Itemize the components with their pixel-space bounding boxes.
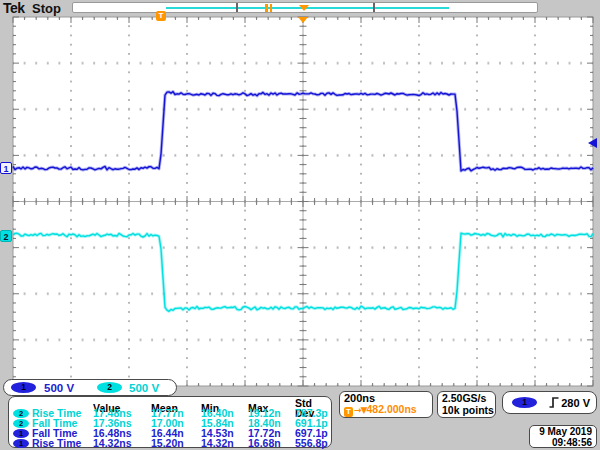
time-value: 09:48:56 bbox=[530, 438, 592, 449]
channel1-badge: 1 bbox=[13, 439, 29, 448]
channel2-badge: 2 bbox=[13, 419, 29, 428]
trigger-source-badge: 1 bbox=[512, 397, 537, 408]
expansion-marker-icon bbox=[265, 4, 273, 12]
channel2-ground-marker[interactable]: 2 bbox=[0, 230, 12, 242]
record-view-bar[interactable] bbox=[72, 2, 538, 13]
channel2-badge[interactable]: 2 bbox=[97, 382, 122, 393]
record-view-bracket-right[interactable] bbox=[373, 3, 375, 12]
rising-edge-icon bbox=[549, 396, 559, 409]
channel1-scale: 500 V bbox=[44, 382, 74, 394]
record-view-bracket-left[interactable] bbox=[236, 3, 238, 12]
measurement-table: Value Mean Min Max Std Dev 2Rise Time 17… bbox=[8, 396, 332, 448]
channel1-badge[interactable]: 1 bbox=[11, 382, 36, 393]
delay-arrows-icon: →▼ bbox=[354, 405, 366, 415]
trigger-level-arrow-icon[interactable] bbox=[588, 138, 597, 148]
brand-logo: Tek bbox=[3, 0, 25, 16]
trigger-readout[interactable]: 1 280 V bbox=[502, 391, 597, 414]
trigger-t-icon: T bbox=[156, 11, 166, 21]
sample-rate: 2.50GS/s bbox=[442, 393, 495, 405]
record-length: 10k points bbox=[442, 405, 495, 417]
trigger-position-icon[interactable] bbox=[299, 5, 309, 11]
trigger-delay-line: T→▼482.000ns bbox=[344, 404, 432, 417]
acquisition-readout[interactable]: 2.50GS/s 10k points bbox=[437, 391, 496, 418]
measurement-row: 1Rise Time 14.32ns 15.20n 14.32n 16.68n … bbox=[13, 438, 329, 448]
channel1-ground-marker[interactable]: 1 bbox=[0, 162, 12, 174]
datetime-readout: 9 May 2019 09:48:56 bbox=[529, 425, 597, 448]
trigger-delay-value: 482.000ns bbox=[366, 403, 416, 415]
graticule bbox=[13, 17, 593, 386]
trigger-position-icon bbox=[298, 17, 308, 23]
horizontal-readout[interactable]: 200ns T→▼482.000ns bbox=[339, 391, 433, 418]
oscilloscope-screen: Tek Stop T 1 2 1 500 V 2 500 V Value Mea… bbox=[0, 0, 600, 450]
trigger-t-icon: T bbox=[344, 407, 353, 417]
channel-scale-readout[interactable]: 1 500 V 2 500 V bbox=[3, 379, 177, 396]
trigger-level-value: 280 V bbox=[561, 397, 590, 409]
channel2-scale: 500 V bbox=[129, 382, 159, 394]
channel1-badge: 1 bbox=[13, 429, 29, 438]
date-value: 9 May 2019 bbox=[530, 427, 592, 438]
channel2-badge: 2 bbox=[13, 409, 29, 418]
acquisition-status: Stop bbox=[32, 1, 61, 16]
